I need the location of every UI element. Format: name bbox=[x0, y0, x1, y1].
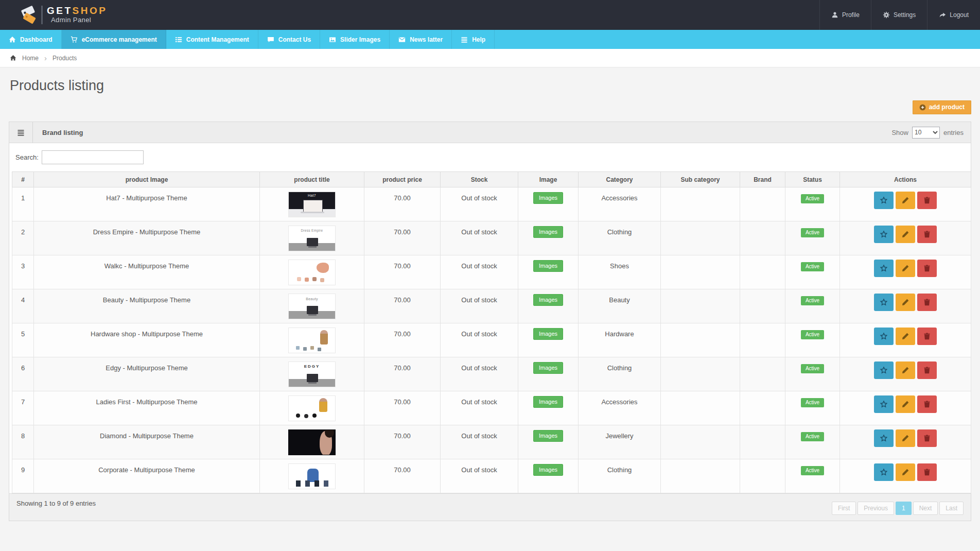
delete-button[interactable] bbox=[917, 226, 937, 243]
page-button-first[interactable]: First bbox=[832, 502, 856, 515]
brand bbox=[740, 323, 785, 357]
feature-button[interactable] bbox=[874, 361, 894, 379]
nav-item-ecommerce-management[interactable]: eCommerce management bbox=[62, 30, 166, 49]
delete-button[interactable] bbox=[917, 429, 937, 447]
edit-button[interactable] bbox=[896, 294, 915, 311]
topbar-item-profile[interactable]: Profile bbox=[819, 0, 871, 30]
search-input[interactable] bbox=[42, 150, 144, 164]
images-button[interactable]: Images bbox=[533, 192, 563, 204]
delete-button[interactable] bbox=[917, 361, 937, 379]
pencil-icon bbox=[901, 264, 909, 272]
entries-summary: Showing 1 to 9 of 9 entries bbox=[16, 500, 96, 521]
column-header-category[interactable]: Category bbox=[579, 172, 661, 187]
delete-button[interactable] bbox=[917, 395, 937, 413]
product-thumbnail bbox=[288, 260, 336, 285]
feature-button[interactable] bbox=[874, 192, 894, 209]
delete-button[interactable] bbox=[917, 260, 937, 277]
nav-item-label: Slider Images bbox=[340, 36, 380, 43]
panel-header: Brand listing Show 10 entries bbox=[9, 122, 971, 143]
feature-button[interactable] bbox=[874, 429, 894, 447]
column-header-brand[interactable]: Brand bbox=[740, 172, 785, 187]
nav-item-content-management[interactable]: Content Management bbox=[166, 30, 258, 49]
nav-item-label: eCommerce management bbox=[82, 36, 157, 43]
product-name: Walkc - Multipurpose Theme bbox=[34, 255, 260, 289]
delete-button[interactable] bbox=[917, 328, 937, 345]
edit-button[interactable] bbox=[896, 328, 915, 345]
page-button-previous[interactable]: Previous bbox=[857, 502, 894, 515]
column-header-status[interactable]: Status bbox=[785, 172, 840, 187]
feature-button[interactable] bbox=[874, 226, 894, 243]
feature-button[interactable] bbox=[874, 260, 894, 277]
star-icon bbox=[880, 434, 888, 442]
edit-button[interactable] bbox=[896, 260, 915, 277]
add-product-button[interactable]: add product bbox=[913, 100, 971, 114]
image-icon bbox=[329, 36, 336, 43]
feature-button[interactable] bbox=[874, 294, 894, 311]
product-name: Hat7 - Multipurpose Theme bbox=[34, 187, 260, 221]
edit-button[interactable] bbox=[896, 395, 915, 413]
images-button[interactable]: Images bbox=[533, 464, 563, 476]
trash-icon bbox=[923, 434, 931, 442]
product-name: Ladies First - Multipurpose Theme bbox=[34, 391, 260, 425]
page-button-last[interactable]: Last bbox=[939, 502, 964, 515]
edit-button[interactable] bbox=[896, 463, 915, 481]
feature-button[interactable] bbox=[874, 328, 894, 345]
images-button[interactable]: Images bbox=[533, 226, 563, 238]
pencil-icon bbox=[901, 400, 909, 408]
hamburger-icon[interactable] bbox=[9, 122, 33, 143]
images-button[interactable]: Images bbox=[533, 328, 563, 340]
cart-icon bbox=[71, 36, 78, 43]
edit-button[interactable] bbox=[896, 429, 915, 447]
table-wrap: #product Imageproduct titleproduct price… bbox=[9, 171, 971, 493]
edit-button[interactable] bbox=[896, 361, 915, 379]
table-row: 1Hat7 - Multipurpose ThemeHat770.00Out o… bbox=[12, 187, 971, 221]
delete-button[interactable] bbox=[917, 294, 937, 311]
images-button[interactable]: Images bbox=[533, 430, 563, 442]
edit-button[interactable] bbox=[896, 192, 915, 209]
page-size-select[interactable]: 10 bbox=[912, 127, 940, 139]
product-price: 70.00 bbox=[364, 357, 441, 391]
page-button-1[interactable]: 1 bbox=[896, 502, 912, 515]
column-header-sub-category[interactable]: Sub category bbox=[661, 172, 740, 187]
nav-item-help[interactable]: Help bbox=[452, 30, 495, 49]
brand bbox=[740, 187, 785, 221]
breadcrumb-item-home[interactable]: Home bbox=[22, 55, 39, 62]
column-header-product-image[interactable]: product Image bbox=[34, 172, 260, 187]
images-button[interactable]: Images bbox=[533, 294, 563, 306]
column-header-actions[interactable]: Actions bbox=[840, 172, 971, 187]
page-button-next[interactable]: Next bbox=[913, 502, 938, 515]
product-price: 70.00 bbox=[364, 323, 441, 357]
home-icon[interactable] bbox=[10, 55, 16, 61]
stock-status: Out of stock bbox=[441, 425, 518, 459]
feature-button[interactable] bbox=[874, 395, 894, 413]
topbar-item-logout[interactable]: Logout bbox=[927, 0, 980, 30]
column-header-product-price[interactable]: product price bbox=[364, 172, 441, 187]
column-header-image[interactable]: Image bbox=[518, 172, 579, 187]
nav-item-slider-images[interactable]: Slider Images bbox=[320, 30, 390, 49]
nav-item-dashboard[interactable]: Dashboard bbox=[0, 30, 62, 49]
topbar-item-settings[interactable]: Settings bbox=[871, 0, 927, 30]
plus-circle-icon bbox=[919, 104, 926, 111]
images-button[interactable]: Images bbox=[533, 260, 563, 272]
pencil-icon bbox=[901, 196, 909, 204]
column-header-num[interactable]: # bbox=[12, 172, 34, 187]
images-button[interactable]: Images bbox=[533, 396, 563, 408]
column-header-stock[interactable]: Stock bbox=[441, 172, 518, 187]
tag-logo-icon bbox=[20, 5, 39, 25]
edit-button[interactable] bbox=[896, 226, 915, 243]
status-badge: Active bbox=[801, 432, 824, 441]
table-row: 9Corporate - Multipurpose Theme70.00Out … bbox=[12, 459, 971, 493]
column-header-product-title[interactable]: product title bbox=[260, 172, 364, 187]
pagination: FirstPrevious1NextLast bbox=[832, 502, 964, 521]
nav-item-news-latter[interactable]: News latter bbox=[390, 30, 452, 49]
product-thumbnail: Dress Empire bbox=[288, 226, 336, 251]
nav-item-contact-us[interactable]: Contact Us bbox=[258, 30, 320, 49]
pencil-icon bbox=[901, 366, 909, 374]
status-badge: Active bbox=[801, 364, 824, 373]
brand bbox=[740, 391, 785, 425]
delete-button[interactable] bbox=[917, 463, 937, 481]
images-button[interactable]: Images bbox=[533, 362, 563, 374]
feature-button[interactable] bbox=[874, 463, 894, 481]
delete-button[interactable] bbox=[917, 192, 937, 209]
table-row: 5Hardware shop - Multipurpose Theme70.00… bbox=[12, 323, 971, 357]
